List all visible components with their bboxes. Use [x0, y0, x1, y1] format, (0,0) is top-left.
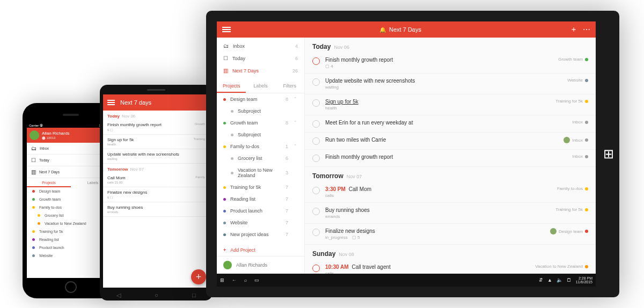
hamburger-icon[interactable] — [107, 99, 115, 106]
add-task-fab[interactable]: + — [191, 269, 206, 284]
hamburger-icon[interactable] — [222, 26, 231, 33]
task-checkbox[interactable] — [312, 155, 320, 162]
task-view-icon[interactable] — [254, 277, 259, 283]
windows-hardware-button[interactable]: ⊞ — [603, 146, 614, 162]
project-row[interactable]: Subproject — [217, 105, 304, 117]
task-meta-item: health — [325, 106, 337, 111]
task-row[interactable]: GrowthFinish monthly growth report6 ▢ — [103, 120, 209, 135]
project-row[interactable]: Website7 — [217, 217, 304, 229]
task-row[interactable]: FamilyCall Momcalls 21:00 — [103, 173, 209, 187]
project-row[interactable]: Grocery list6 — [217, 152, 304, 164]
task-checkbox[interactable] — [312, 99, 320, 107]
task-row[interactable]: TrainingSign up for 5khealth — [103, 135, 209, 149]
project-row[interactable]: Reading list7 — [217, 193, 304, 205]
task-checkbox[interactable] — [312, 265, 320, 272]
chevron-up-icon[interactable]: ˄ — [292, 97, 298, 102]
network-icon[interactable] — [539, 277, 543, 283]
sidebar-item-next-7-days[interactable]: Next 7 Days26 — [217, 64, 304, 77]
project-color-dot — [585, 79, 588, 82]
task-time: 10:30 AM — [325, 264, 349, 270]
project-color-dot — [585, 208, 588, 211]
task-row[interactable]: Meet Erin for a run every weekday atInbo… — [305, 115, 596, 133]
task-row[interactable]: Finish monthly growth reportInbox — [305, 150, 596, 167]
project-color-dot — [223, 198, 226, 201]
search-icon[interactable] — [244, 277, 247, 283]
task-row[interactable]: Sign up for 5khealthTraining for 5k — [305, 94, 596, 115]
sidebar-project-list: Design team8˄SubprojectGrowth team8˄Subp… — [217, 93, 304, 244]
sidebar-item-today[interactable]: Today6 — [217, 52, 304, 64]
project-row[interactable]: Subproject — [217, 129, 304, 141]
android-recent-icon[interactable] — [192, 292, 196, 299]
avatar[interactable] — [30, 130, 39, 140]
task-checkbox[interactable] — [312, 78, 320, 86]
project-color-dot — [32, 230, 35, 233]
day-header: TomorrowNov 07 — [103, 164, 209, 173]
task-checkbox[interactable] — [312, 187, 320, 194]
sidebar-item-inbox[interactable]: Inbox4 — [217, 40, 304, 52]
start-icon[interactable] — [220, 277, 224, 283]
volume-icon[interactable] — [557, 277, 562, 283]
task-title: 10:30 AMCall travel agent — [325, 264, 530, 270]
chevron-up-icon[interactable]: ˄ — [292, 144, 298, 149]
task-row[interactable]: Update website with new screenshotswaiti… — [305, 74, 596, 94]
project-name: Training for 5k — [39, 230, 63, 233]
task-right: Vacation to New Zealand — [535, 264, 588, 269]
task-row[interactable]: Buy running shoeserrands — [103, 202, 209, 217]
day-date: Nov 08 — [339, 252, 354, 257]
project-color-dot — [38, 222, 40, 225]
task-checkbox[interactable] — [312, 137, 320, 145]
project-row[interactable]: Training for 5k7 — [217, 181, 304, 193]
nav-label: Next 7 Days — [232, 68, 259, 74]
add-task-icon[interactable] — [570, 25, 577, 34]
project-color-dot — [231, 110, 233, 113]
user-block[interactable]: Allan Richards ⬤ 10013 — [42, 131, 70, 140]
wifi-icon[interactable] — [547, 277, 552, 283]
back-icon[interactable] — [232, 277, 237, 283]
task-row[interactable]: 3:30 PMCall MomcallsFamily to-dos — [305, 182, 596, 203]
today-icon — [223, 55, 228, 61]
task-row[interactable]: Finalize new designsin_progress▢ 5Design… — [305, 224, 596, 245]
more-icon[interactable] — [583, 25, 590, 34]
task-right: Inbox — [572, 120, 588, 124]
tab-filters[interactable]: Filters — [275, 79, 304, 93]
task-row[interactable]: Update website with new screenshotswaiti… — [103, 149, 209, 164]
nav-count: 26 — [292, 68, 298, 74]
project-name: Training for 5k — [230, 185, 276, 190]
task-row[interactable]: Finalize new designs6 ☐ — [103, 187, 209, 202]
task-row[interactable]: Finish monthly growth report▢ 4Growth te… — [305, 53, 596, 74]
project-row[interactable]: Family to-dos1˄ — [217, 141, 304, 152]
tab-projects[interactable]: Projects — [27, 178, 71, 187]
day-label: Today — [107, 114, 120, 119]
task-right: Training for 5k — [555, 207, 588, 212]
chevron-up-icon[interactable]: ˄ — [292, 120, 298, 126]
task-checkbox[interactable] — [312, 208, 320, 215]
project-row[interactable]: Vacation to New Zealand3 — [217, 164, 304, 181]
add-project-button[interactable]: + Add Project — [217, 244, 304, 256]
iphone-home-button[interactable] — [65, 281, 77, 293]
task-checkbox[interactable] — [312, 57, 320, 65]
task-checkbox[interactable] — [312, 229, 320, 236]
carrier-label: Carrier ⦿ — [29, 124, 43, 127]
day-header: TodayNov 06 — [305, 38, 596, 53]
task-project-tag: Family — [195, 175, 205, 179]
taskbar-clock[interactable]: 2:28 PM 11/6/2015 — [576, 276, 592, 284]
project-row[interactable]: New project ideas7 — [217, 229, 304, 240]
task-row[interactable]: 10:30 AMCall travel agentcallsVacation t… — [305, 260, 596, 274]
app-header: Next 7 Days — [217, 21, 596, 38]
task-row[interactable]: Buy running shoeserrandsTraining for 5k — [305, 203, 596, 224]
project-row[interactable]: Growth team8˄ — [217, 117, 304, 129]
tab-labels[interactable]: Labels — [246, 79, 275, 93]
task-meta: health — [107, 143, 205, 146]
tab-projects[interactable]: Projects — [217, 79, 246, 93]
project-row[interactable]: Product launch7 — [217, 205, 304, 217]
task-checkbox[interactable] — [312, 120, 320, 128]
task-row[interactable]: Run two miles with CarrieInbox — [305, 133, 596, 150]
task-meta: calls — [325, 193, 552, 198]
action-center-icon[interactable] — [567, 277, 572, 283]
assignee-avatar — [550, 228, 557, 234]
android-back-icon[interactable] — [116, 292, 121, 299]
project-row[interactable]: Design team8˄ — [217, 93, 304, 105]
sidebar-footer[interactable]: Allan Richards — [217, 256, 304, 274]
sidebar: Inbox4Today6Next 7 Days26 Projects Label… — [217, 38, 305, 274]
android-home-icon[interactable] — [155, 292, 158, 299]
